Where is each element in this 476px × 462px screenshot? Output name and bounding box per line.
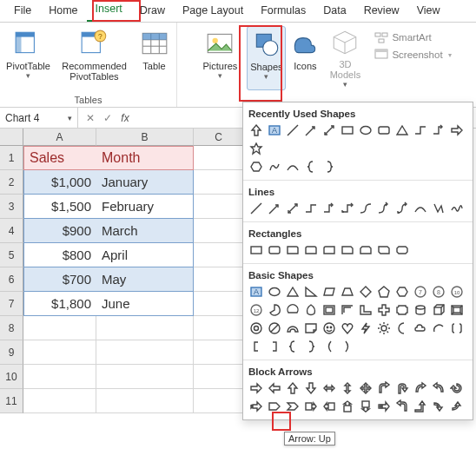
shape-arrow-chev[interactable] [285,399,301,414]
fx-icon[interactable]: fx [118,112,132,124]
shape-para[interactable] [321,284,337,300]
col-header-a[interactable]: A [23,129,96,146]
shape-arrow-callout-r[interactable] [303,399,319,414]
tab-review[interactable]: Review [355,1,408,22]
shape-snip[interactable] [340,242,355,258]
cell-b5[interactable]: April [96,243,194,267]
row-header[interactable]: 3 [0,195,23,219]
screenshot-button[interactable]: Screenshot ▾ [371,47,454,63]
shape-blockarc[interactable] [285,320,301,336]
shape-curve[interactable] [285,159,301,175]
shape-plaque[interactable] [394,302,410,318]
shape-arrow-bentup[interactable] [413,399,428,414]
shape-arrow-callout-d[interactable] [358,399,374,414]
shape-arrow-circular[interactable] [449,380,465,396]
shape-tri[interactable] [285,284,301,300]
shape-tear[interactable] [303,302,319,318]
tab-insert[interactable]: Insert [87,0,131,22]
shape-arrow-pent[interactable] [267,399,282,414]
shape-arrow-right[interactable] [449,122,465,138]
shape-lbrace[interactable] [285,339,301,354]
shape-line-double[interactable] [321,122,337,138]
shape-arrow-curve2[interactable] [431,380,446,396]
shape-arrow-bent[interactable] [376,380,392,396]
shape-pent[interactable] [376,284,392,300]
cell-a6[interactable]: $700 [23,267,96,292]
cell-a5[interactable]: $800 [23,243,96,267]
shape-donut[interactable] [248,320,264,336]
shape-cloud[interactable] [413,320,428,336]
shape-rr[interactable] [321,242,337,258]
shape-snip[interactable] [394,242,410,258]
shape-dblbracket[interactable] [449,320,465,336]
shape-textbox[interactable]: A [248,284,264,300]
shape-halfframe[interactable] [340,302,355,318]
shape-cross[interactable] [376,302,392,318]
shape-star[interactable] [248,141,264,156]
tab-pagelayout[interactable]: Page Layout [174,1,252,22]
shape-curve[interactable] [413,201,428,216]
shape-pie[interactable] [267,302,282,318]
shape-rbracket[interactable] [267,339,282,354]
shape-heart[interactable] [340,320,355,336]
shape-sun[interactable] [376,320,392,336]
shape-arrow-callout-u[interactable] [340,399,355,414]
shape-brace-r[interactable] [321,159,337,175]
shape-hexagon[interactable] [248,159,264,175]
shape-curve-conn[interactable] [358,201,374,216]
cell-c1[interactable] [194,146,244,170]
shape-elbow[interactable] [321,201,337,216]
shape-arrow-down[interactable] [303,380,319,396]
row-header[interactable]: 7 [0,292,23,316]
shapes-button[interactable]: Shapes ▾ [247,26,286,90]
shape-dodec[interactable]: 12 [248,302,264,318]
confirm-icon[interactable]: ✓ [101,112,115,124]
shape-arrow-up[interactable] [248,122,264,138]
shape-elbow-arrow[interactable] [431,122,446,138]
shape-rr[interactable] [285,242,301,258]
shape-arrow-up[interactable] [285,380,301,396]
shape-chord[interactable] [285,302,301,318]
cell-b3[interactable]: February [96,195,194,219]
shape-lparen[interactable] [321,339,337,354]
col-header-b[interactable]: B [96,129,194,146]
shape-snip[interactable] [358,242,374,258]
shape-frame[interactable] [321,302,337,318]
shape-rparen[interactable] [340,339,355,354]
shape-can[interactable] [413,302,428,318]
shape-arrow-callout-l[interactable] [321,399,337,414]
shape-freeform[interactable] [431,201,446,216]
shape-lightning[interactable] [358,320,374,336]
shape-arrow-notched[interactable] [248,399,264,414]
cell-a3[interactable]: $1,500 [23,195,96,219]
shape-arrow-bent2[interactable] [394,399,410,414]
shape-textbox[interactable]: A [267,122,282,138]
shape-bevel[interactable] [449,302,465,318]
icons-button[interactable]: Icons [288,26,322,90]
shape-line[interactable] [285,122,301,138]
shape-elbow[interactable] [340,201,355,216]
shape-l[interactable] [358,302,374,318]
shape-roundrect[interactable] [376,122,392,138]
row-header[interactable]: 11 [0,389,23,413]
shape-dec[interactable]: 10 [449,284,465,300]
shape-arrow-left[interactable] [267,380,282,396]
shape-rbrace[interactable] [303,339,319,354]
shape-arrow-quad[interactable] [358,380,374,396]
smartart-button[interactable]: SmartArt [371,30,434,45]
shape-rect[interactable] [340,122,355,138]
shape-rect[interactable] [248,242,264,258]
shape-scribble[interactable] [449,201,465,216]
shape-arrow-curveup[interactable] [449,399,465,414]
cell-a7[interactable]: $1,800 [23,292,96,316]
shape-freeform[interactable] [267,159,282,175]
shape-foldcorner[interactable] [303,320,319,336]
shape-arrow-uturn[interactable] [394,380,410,396]
shape-elbow[interactable] [303,201,319,216]
cell-a2[interactable]: $1,000 [23,170,96,195]
shape-diam[interactable] [358,284,374,300]
tab-file[interactable]: File [5,1,40,22]
shape-line[interactable] [285,201,301,216]
shape-rr[interactable] [303,242,319,258]
shape-arrow-curve[interactable] [413,380,428,396]
